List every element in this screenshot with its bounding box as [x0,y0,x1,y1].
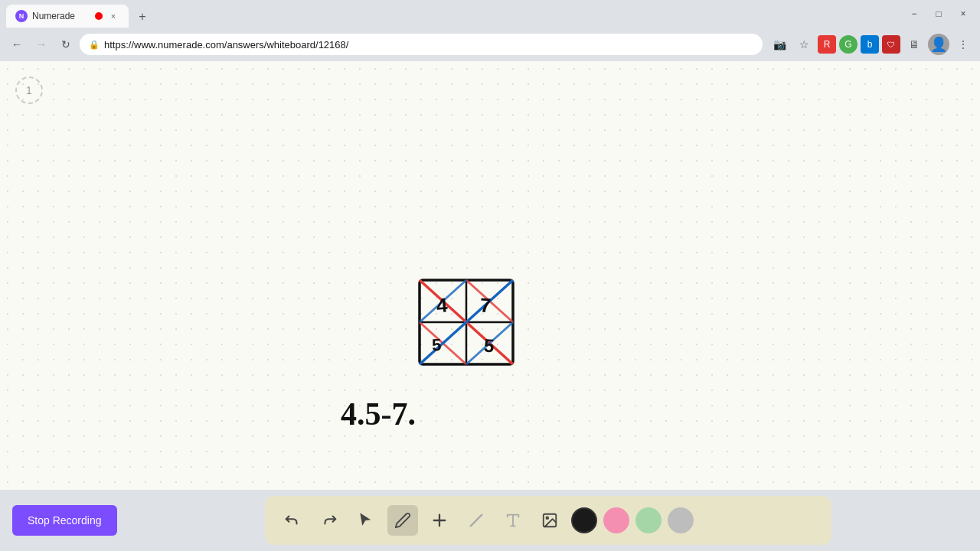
refresh-button[interactable]: ↻ [55,34,77,55]
select-tool-button[interactable] [351,505,381,536]
extension5-icon[interactable]: 🖥 [903,34,925,55]
tab-close-button[interactable]: × [107,10,119,22]
extension4-icon[interactable]: 🛡 [882,35,900,54]
forward-button[interactable]: → [31,34,52,55]
tab-strip: N Numerade × + [6,0,153,28]
browser-frame: N Numerade × + − □ × ← → ↻ 🔒 https://www… [0,0,980,551]
new-tab-button[interactable]: + [132,6,153,28]
undo-button[interactable] [277,505,308,536]
bookmark-icon[interactable]: ☆ [793,34,815,55]
pen-tool-button[interactable] [387,505,418,536]
minimize-button[interactable]: − [903,3,925,24]
content-area: 1 [0,61,980,490]
svg-line-16 [471,515,482,527]
tab-title: Numerade [32,11,75,21]
add-tool-button[interactable] [424,505,455,536]
color-black-swatch[interactable] [571,507,597,533]
extension2-icon[interactable]: G [839,35,858,54]
lock-icon: 🔒 [89,40,100,50]
image-tool-button[interactable] [534,505,565,536]
svg-text:4.5-7.: 4.5-7. [341,396,416,432]
eraser-tool-button[interactable] [461,505,492,536]
color-gray-swatch[interactable] [668,507,694,533]
url-text: https://www.numerade.com/answers/whitebo… [104,39,753,51]
tab-favicon: N [15,10,28,22]
drawing-area: 4 7 5 5 4.5-7. [0,61,980,490]
redo-button[interactable] [314,505,345,536]
tool-palette [265,496,831,545]
camera-icon[interactable]: 📷 [769,34,790,55]
profile-icon[interactable]: 👤 [928,34,949,55]
color-pink-swatch[interactable] [603,507,629,533]
menu-icon[interactable]: ⋮ [952,34,974,55]
svg-text:5: 5 [483,334,495,356]
extension1-icon[interactable]: R [818,35,836,54]
back-button[interactable]: ← [6,34,28,55]
stop-recording-button[interactable]: Stop Recording [12,505,117,536]
color-green-swatch[interactable] [635,507,662,533]
title-bar: N Numerade × + − □ × [0,0,980,28]
nav-toolbar: ← → ↻ 🔒 https://www.numerade.com/answers… [0,28,980,61]
whiteboard-canvas[interactable]: 1 [0,61,980,490]
text-tool-button[interactable] [498,505,528,536]
window-controls: − □ × [903,3,974,24]
extension3-icon[interactable]: b [861,35,879,54]
address-bar[interactable]: 🔒 https://www.numerade.com/answers/white… [80,34,763,55]
bottom-toolbar: Stop Recording [0,490,980,551]
toolbar-icons: 📷 ☆ R G b 🛡 🖥 👤 ⋮ [769,34,974,55]
maximize-button[interactable]: □ [928,3,949,24]
close-button[interactable]: × [952,3,974,24]
svg-text:5: 5 [431,335,442,355]
active-tab[interactable]: N Numerade × [6,5,129,28]
recording-indicator [95,12,103,20]
svg-text:7: 7 [479,293,492,317]
svg-point-20 [547,517,549,519]
